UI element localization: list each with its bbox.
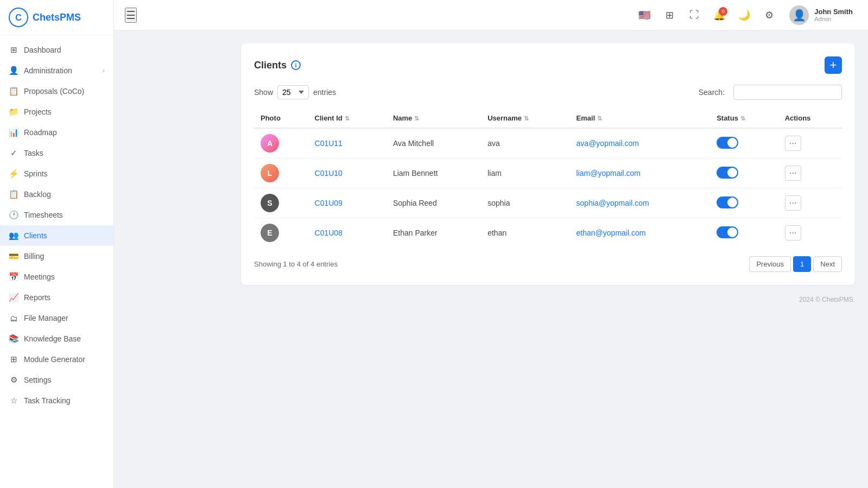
- sidebar-item-label: Backlog: [24, 190, 51, 199]
- status-toggle-0[interactable]: [717, 137, 738, 149]
- clients-table-body: A C01U11 Ava Mitchell ava ava@yopmail.co…: [254, 128, 842, 248]
- col-actions: Actions: [778, 109, 842, 128]
- backlog-icon: 📋: [9, 189, 18, 199]
- sidebar-item-file-manager[interactable]: 🗂 File Manager: [0, 308, 113, 328]
- user-name: John Smith: [814, 8, 853, 16]
- client-avatar-3: E: [261, 224, 279, 242]
- col-username[interactable]: Username⇅: [481, 109, 569, 128]
- sidebar-item-dashboard[interactable]: ⊞ Dashboard: [0, 40, 113, 60]
- pagination: Previous 1 Next: [749, 256, 842, 272]
- client-email-link-2[interactable]: sophia@yopmail.com: [576, 199, 649, 207]
- sidebar-item-label: Settings: [24, 376, 52, 384]
- sidebar-item-reports[interactable]: 📈 Reports: [0, 287, 113, 308]
- sidebar-item-label: Meetings: [24, 272, 55, 281]
- client-email-link-0[interactable]: ava@yopmail.com: [576, 139, 639, 148]
- table-row: S C01U09 Sophia Reed sophia sophia@yopma…: [254, 188, 842, 218]
- task-tracking-icon: ☆: [9, 396, 18, 405]
- add-client-button[interactable]: +: [825, 56, 842, 74]
- file-manager-icon: 🗂: [9, 313, 18, 323]
- col-name[interactable]: Name⇅: [387, 109, 481, 128]
- cell-email-2: sophia@yopmail.com: [570, 188, 711, 218]
- sidebar-item-label: Task Tracking: [24, 396, 71, 405]
- cell-username-0: ava: [481, 128, 569, 159]
- flag-icon: 🇺🇸: [638, 9, 650, 21]
- cell-name-0: Ava Mitchell: [387, 128, 481, 159]
- billing-icon: 💳: [9, 251, 18, 261]
- more-actions-button-0[interactable]: ···: [785, 136, 801, 151]
- client-email-link-3[interactable]: ethan@yopmail.com: [576, 229, 646, 237]
- status-toggle-1[interactable]: [717, 167, 738, 179]
- notification-icon-button[interactable]: 🔔 0: [710, 6, 728, 24]
- cell-photo-1: L: [254, 159, 308, 188]
- cell-name-2: Sophia Reed: [387, 188, 481, 218]
- client-id-link-0[interactable]: C01U11: [315, 139, 343, 148]
- table-footer: Showing 1 to 4 of 4 entries Previous 1 N…: [254, 256, 842, 272]
- sidebar-item-knowledge-base[interactable]: 📚 Knowledge Base: [0, 328, 113, 349]
- fullscreen-icon-button[interactable]: ⛶: [685, 6, 704, 24]
- sidebar-item-module-generator[interactable]: ⊞ Module Generator: [0, 349, 113, 370]
- sidebar-item-backlog[interactable]: 📋 Backlog: [0, 184, 113, 205]
- search-input[interactable]: [733, 85, 842, 100]
- hamburger-button[interactable]: ☰: [125, 8, 137, 23]
- more-actions-button-3[interactable]: ···: [785, 225, 801, 240]
- sidebar-item-clients[interactable]: 👥 Clients: [0, 225, 113, 246]
- more-actions-button-1[interactable]: ···: [785, 166, 801, 181]
- client-email-link-1[interactable]: liam@yopmail.com: [576, 169, 641, 178]
- status-toggle-3[interactable]: [717, 226, 738, 238]
- previous-button[interactable]: Previous: [749, 256, 791, 272]
- sidebar-item-label: Knowledge Base: [24, 334, 81, 343]
- sidebar-item-timesheets[interactable]: 🕐 Timesheets: [0, 205, 113, 225]
- entries-select[interactable]: 25 10 50 100: [277, 85, 309, 99]
- sidebar: C ChetsPMS ⊞ Dashboard 👤 Administration …: [0, 0, 114, 488]
- card-header: Clients i +: [254, 56, 842, 74]
- sidebar-item-meetings[interactable]: 📅 Meetings: [0, 267, 113, 287]
- sidebar-item-settings[interactable]: ⚙ Settings: [0, 370, 113, 390]
- more-actions-button-2[interactable]: ···: [785, 195, 801, 211]
- cell-photo-0: A: [254, 128, 308, 159]
- apps-icon-button[interactable]: ⊞: [660, 6, 679, 24]
- table-row: L C01U10 Liam Bennett liam liam@yopmail.…: [254, 159, 842, 188]
- cell-actions-3: ···: [778, 218, 842, 248]
- dark-mode-icon-button[interactable]: 🌙: [735, 6, 753, 24]
- client-id-link-1[interactable]: C01U10: [315, 169, 343, 178]
- info-icon[interactable]: i: [291, 60, 301, 70]
- proposals-icon: 📋: [9, 86, 18, 96]
- roadmap-icon: 📊: [9, 128, 18, 137]
- cell-name-3: Ethan Parker: [387, 218, 481, 248]
- entries-label: entries: [313, 88, 336, 97]
- sidebar-item-proposals[interactable]: 📋 Proposals (CoCo): [0, 81, 113, 102]
- status-toggle-2[interactable]: [717, 197, 738, 208]
- next-button[interactable]: Next: [813, 256, 842, 272]
- sidebar-item-roadmap[interactable]: 📊 Roadmap: [0, 122, 113, 143]
- cell-email-3: ethan@yopmail.com: [570, 218, 711, 248]
- sidebar-item-task-tracking[interactable]: ☆ Task Tracking: [0, 390, 113, 411]
- flag-icon-button[interactable]: 🇺🇸: [635, 6, 654, 24]
- search-label: Search:: [699, 88, 725, 97]
- col-email[interactable]: Email⇅: [570, 109, 711, 128]
- col-status[interactable]: Status⇅: [710, 109, 778, 128]
- sidebar-item-label: Dashboard: [24, 46, 61, 54]
- sidebar-item-label: Tasks: [24, 149, 43, 157]
- sidebar-item-label: Roadmap: [24, 128, 57, 137]
- cell-actions-0: ···: [778, 128, 842, 159]
- cell-username-3: ethan: [481, 218, 569, 248]
- sidebar-item-sprints[interactable]: ⚡ Sprints: [0, 163, 113, 184]
- cell-status-1: [710, 159, 778, 188]
- sidebar-item-tasks[interactable]: ✓ Tasks: [0, 143, 113, 163]
- settings-icon-button[interactable]: ⚙: [760, 6, 778, 24]
- projects-icon: 📁: [9, 107, 18, 117]
- sidebar-item-administration[interactable]: 👤 Administration ›: [0, 60, 113, 81]
- cell-status-0: [710, 128, 778, 159]
- client-id-link-3[interactable]: C01U08: [315, 229, 343, 237]
- sidebar-item-projects[interactable]: 📁 Projects: [0, 102, 113, 122]
- page-1-button[interactable]: 1: [793, 256, 811, 272]
- user-profile-button[interactable]: 👤 John Smith Admin: [785, 3, 857, 27]
- col-client-id[interactable]: Client Id⇅: [308, 109, 387, 128]
- sidebar-item-billing[interactable]: 💳 Billing: [0, 246, 113, 267]
- settings-icon: ⚙: [9, 375, 18, 385]
- sprints-icon: ⚡: [9, 169, 18, 179]
- user-role: Admin: [814, 16, 853, 22]
- table-controls: Show 25 10 50 100 entries Search:: [254, 85, 842, 100]
- administration-icon: 👤: [9, 66, 18, 75]
- client-id-link-2[interactable]: C01U09: [315, 199, 343, 207]
